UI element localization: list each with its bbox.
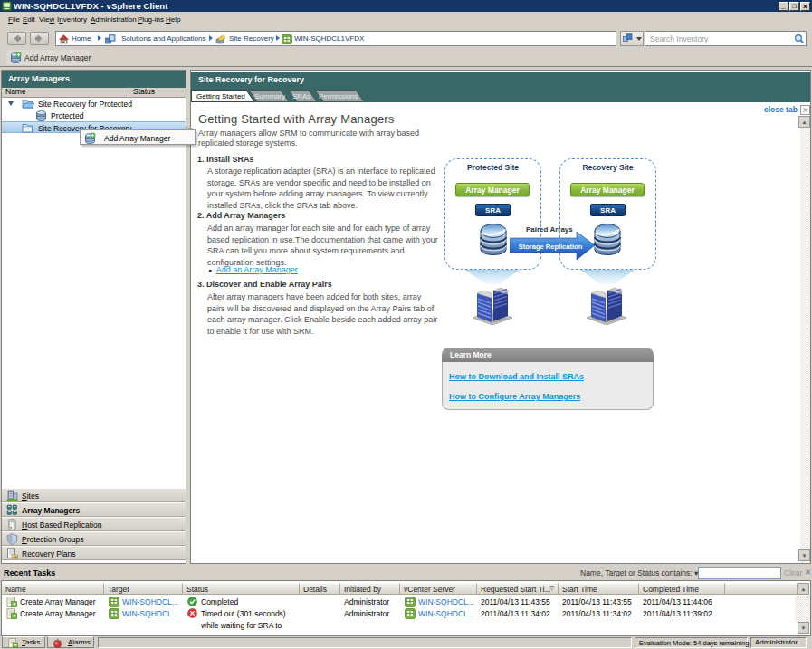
svg-text:Storage Replication: Storage Replication	[519, 243, 583, 251]
